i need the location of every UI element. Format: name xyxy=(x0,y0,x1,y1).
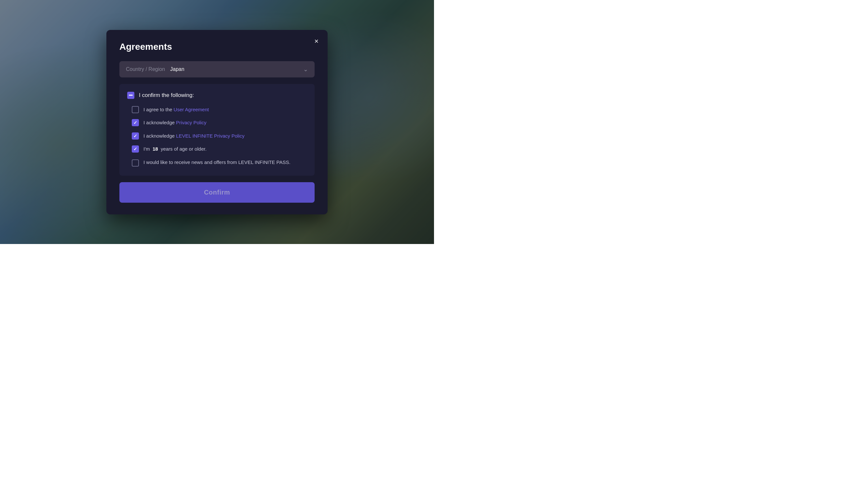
level-infinite-privacy-link[interactable]: LEVEL INFINITE Privacy Policy xyxy=(176,133,244,139)
country-label: Country / Region xyxy=(126,66,165,72)
age-requirement-checkbox[interactable] xyxy=(132,146,139,153)
privacy-policy-link[interactable]: Privacy Policy xyxy=(176,120,206,125)
agreement-items-list: I agree to the User Agreement I acknowle… xyxy=(127,106,307,166)
level-infinite-privacy-checkbox[interactable] xyxy=(132,132,139,140)
country-select-left: Country / Region Japan xyxy=(126,66,184,72)
confirm-all-row: I confirm the following: xyxy=(127,92,307,99)
user-agreement-text: I agree to the User Agreement xyxy=(144,106,209,114)
newsletter-checkbox[interactable] xyxy=(132,159,139,166)
privacy-policy-text: I acknowledge Privacy Policy xyxy=(144,119,206,127)
level-infinite-privacy-text: I acknowledge LEVEL INFINITE Privacy Pol… xyxy=(144,132,244,140)
confirm-all-label: I confirm the following: xyxy=(139,92,194,98)
agreements-modal: × Agreements Country / Region Japan ⌄ I … xyxy=(106,30,328,214)
confirm-button[interactable]: Confirm xyxy=(119,182,315,203)
close-button[interactable]: × xyxy=(312,36,321,46)
modal-backdrop: × Agreements Country / Region Japan ⌄ I … xyxy=(0,0,434,244)
user-agreement-link[interactable]: User Agreement xyxy=(174,107,209,112)
list-item: I would like to receive news and offers … xyxy=(132,159,307,166)
list-item: I acknowledge Privacy Policy xyxy=(132,119,307,127)
newsletter-text: I would like to receive news and offers … xyxy=(144,159,290,166)
age-number: 18 xyxy=(153,146,158,152)
list-item: I'm 18 years of age or older. xyxy=(132,146,307,153)
country-value: Japan xyxy=(170,66,184,72)
agreements-box: I confirm the following: I agree to the … xyxy=(119,84,315,176)
privacy-policy-checkbox[interactable] xyxy=(132,119,139,126)
confirm-all-checkbox[interactable] xyxy=(127,92,134,99)
age-requirement-text: I'm 18 years of age or older. xyxy=(144,146,207,153)
list-item: I acknowledge LEVEL INFINITE Privacy Pol… xyxy=(132,132,307,140)
list-item: I agree to the User Agreement xyxy=(132,106,307,114)
chevron-down-icon: ⌄ xyxy=(303,66,308,73)
country-region-select[interactable]: Country / Region Japan ⌄ xyxy=(119,61,315,78)
modal-title: Agreements xyxy=(119,42,315,52)
user-agreement-checkbox[interactable] xyxy=(132,106,139,113)
